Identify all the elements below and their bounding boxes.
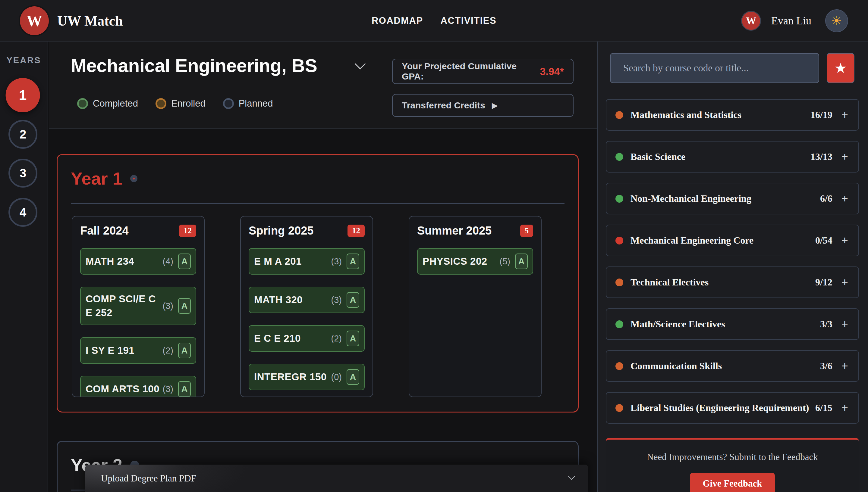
legend-dot-icon: [77, 98, 88, 109]
course-grade-badge: A: [347, 369, 359, 385]
brand[interactable]: W UW Match: [20, 0, 123, 42]
upload-degree-plan-drawer[interactable]: Upload Degree Plan PDF: [85, 465, 588, 492]
requirement-card[interactable]: Technical Electives 9/12 +: [606, 267, 859, 298]
year-circle-number: 1: [19, 87, 27, 103]
requirement-card[interactable]: Mathematics and Statistics 16/19 +: [606, 99, 859, 131]
plus-icon[interactable]: +: [842, 234, 848, 247]
course-grade-badge: A: [347, 292, 359, 308]
avatar-letter: W: [746, 15, 756, 26]
course-grade-badge: A: [515, 253, 528, 269]
legend-label: Enrolled: [171, 98, 206, 109]
requirement-status-dot-icon: [615, 404, 623, 412]
requirement-progress: 16/19: [811, 109, 832, 120]
semester-credits-badge: 12: [179, 225, 196, 237]
year-circle-button[interactable]: 4: [8, 198, 38, 227]
course-chip[interactable]: MATH 320 (3) A: [249, 287, 365, 313]
requirement-name: Basic Science: [631, 151, 811, 162]
legend-label: Completed: [93, 98, 138, 109]
course-credits: (3): [163, 384, 173, 394]
user-avatar[interactable]: W: [741, 11, 761, 31]
feedback-prompt: Need Improvements? Submit to the Feedbac…: [606, 452, 859, 463]
year-circle-button[interactable]: 3: [8, 159, 38, 188]
year-circle-button[interactable]: 2: [8, 120, 38, 149]
course-code: MATH 234: [86, 254, 161, 268]
transferred-credits-button[interactable]: Transferred Credits ▶: [392, 94, 573, 117]
gpa-value: 3.94*: [540, 66, 564, 77]
requirement-status-dot-icon: [615, 278, 623, 286]
requirement-name: Non-Mechanical Engineering: [631, 193, 820, 204]
requirement-progress: 13/13: [811, 151, 832, 162]
requirement-name: Mathematics and Statistics: [631, 109, 811, 120]
chevron-down-icon[interactable]: [568, 472, 575, 479]
course-credits: (3): [163, 301, 173, 311]
star-icon: ★: [834, 60, 847, 76]
year-status-dot-icon: [130, 175, 137, 182]
requirement-status-dot-icon: [615, 195, 623, 203]
year-divider: [71, 203, 564, 204]
requirement-status-dot-icon: [615, 237, 623, 245]
course-credits: (4): [163, 256, 173, 267]
year-header: Year 1: [71, 168, 564, 189]
plus-icon[interactable]: +: [842, 401, 848, 414]
plus-icon[interactable]: +: [842, 108, 848, 121]
chevron-down-icon[interactable]: [355, 58, 366, 69]
plus-icon[interactable]: +: [842, 318, 848, 330]
give-feedback-button[interactable]: Give Feedback: [690, 473, 775, 492]
course-chip[interactable]: E C E 210 (2) A: [249, 325, 365, 352]
semester-card: Fall 2024 12 MATH 234 (4) A COMP SCI/E C…: [72, 216, 205, 397]
years-rail: YEARS 1 2 3 4: [0, 42, 48, 492]
status-legend: Completed Enrolled Planned: [77, 98, 273, 109]
requirement-card[interactable]: Mechanical Engineering Core 0/54 +: [606, 225, 859, 256]
course-grade-badge: A: [178, 381, 191, 397]
plus-icon[interactable]: +: [842, 192, 848, 205]
course-chip[interactable]: MATH 234 (4) A: [80, 248, 196, 275]
nav-link[interactable]: ROADMAP: [372, 15, 423, 26]
course-list: PHYSICS 202 (5) A: [417, 248, 533, 275]
course-code: COM ARTS 100: [86, 382, 161, 396]
plus-icon[interactable]: +: [842, 276, 848, 289]
course-code: E C E 210: [254, 331, 329, 345]
requirement-card[interactable]: Math/Science Electives 3/3 +: [606, 308, 859, 340]
course-code: E M A 201: [254, 254, 329, 268]
year-circle-button[interactable]: 1: [6, 78, 40, 112]
course-chip[interactable]: COMP SCI/E C E 252 (3) A: [80, 287, 196, 325]
course-code: I SY E 191: [86, 344, 161, 358]
sun-icon: ☀: [831, 14, 842, 28]
requirement-card[interactable]: Liberal Studies (Engineering Requirement…: [606, 392, 859, 424]
course-chip[interactable]: I SY E 191 (2) A: [80, 337, 196, 364]
course-chip[interactable]: COM ARTS 100 (3) A: [80, 376, 196, 397]
plus-icon[interactable]: +: [842, 360, 848, 372]
requirement-progress: 0/54: [815, 235, 832, 246]
requirement-name: Liberal Studies (Engineering Requirement…: [631, 402, 815, 413]
course-chip[interactable]: INTEREGR 150 (0) A: [249, 364, 365, 390]
requirement-name: Math/Science Electives: [631, 319, 820, 330]
uw-logo-letter: W: [26, 12, 42, 30]
semester-card: Spring 2025 12 E M A 201 (3) A MATH 320 …: [240, 216, 373, 397]
course-search-input[interactable]: [610, 53, 819, 83]
requirement-card[interactable]: Basic Science 13/13 +: [606, 141, 859, 173]
course-credits: (5): [500, 256, 510, 267]
uw-logo-icon: W: [20, 6, 49, 35]
requirement-name: Mechanical Engineering Core: [631, 235, 815, 246]
legend-item: Completed: [77, 98, 138, 109]
theme-toggle-button[interactable]: ☀: [825, 9, 848, 32]
requirement-progress: 3/3: [820, 319, 832, 330]
course-code: MATH 320: [254, 293, 329, 307]
course-chip[interactable]: E M A 201 (3) A: [249, 248, 365, 275]
course-chip[interactable]: PHYSICS 202 (5) A: [417, 248, 533, 275]
semester-credits-badge: 12: [348, 225, 365, 237]
favorites-button[interactable]: ★: [827, 53, 854, 83]
brand-name: UW Match: [57, 13, 123, 29]
legend-dot-icon: [156, 98, 166, 109]
year-circle-number: 2: [20, 128, 26, 141]
nav-right: W Evan Liu ☀: [741, 0, 848, 42]
year-circle-number: 4: [20, 206, 26, 219]
nav-link[interactable]: ACTIVITIES: [441, 15, 497, 26]
semester-title: Fall 2024: [80, 224, 129, 237]
main-nav: ROADMAP ACTIVITIES: [372, 0, 496, 42]
legend-label: Planned: [239, 98, 273, 109]
semester-credits-badge: 5: [520, 225, 534, 237]
plus-icon[interactable]: +: [842, 150, 848, 163]
requirement-card[interactable]: Communication Skills 3/6 +: [606, 350, 859, 382]
requirement-card[interactable]: Non-Mechanical Engineering 6/6 +: [606, 183, 859, 214]
